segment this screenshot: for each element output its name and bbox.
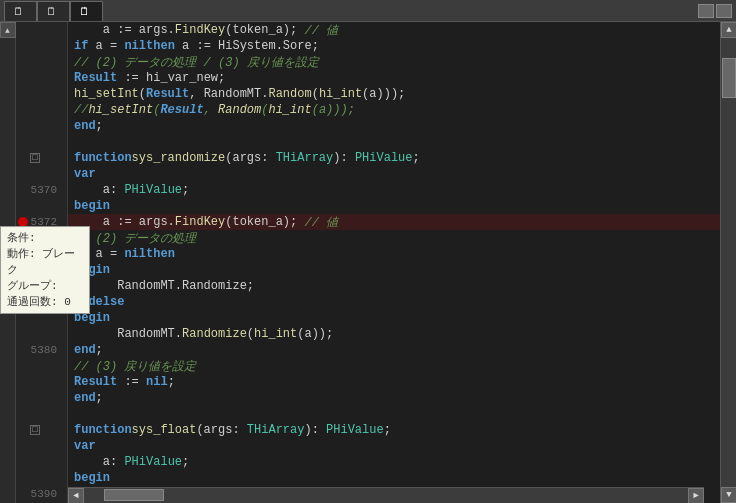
line-number: 5390 [31,488,63,500]
code-line-15: begin [68,262,720,278]
tooltip-group: グループ: [7,278,83,294]
gutter-row-3 [16,70,67,86]
code-line-25: function sys_float(args: THiArray): PHiV… [68,422,720,438]
gutter-row-7 [16,134,67,150]
gutter-row-10: 5370 [16,182,67,198]
code-line-18: begin [68,310,720,326]
fold-marker[interactable]: □ [30,425,40,435]
gutter-row-24 [16,406,67,422]
gutter-row-0 [16,22,67,38]
gutter-row-25: □ [16,422,67,438]
tooltip-action: 動作: ブレーク [7,246,83,278]
tooltip-count: 通過回数: 0 [7,294,83,310]
horizontal-scrollbar[interactable]: ◄ ► [68,487,704,503]
gutter-row-8: □ [16,150,67,166]
code-area[interactable]: a := args.FindKey(token_a); // 値 if a = … [68,22,720,503]
scrollbar-thumb[interactable] [722,58,736,98]
h-scroll-thumb[interactable] [104,489,164,501]
code-line-13: // (2) データの処理 [68,230,720,246]
code-line-5: //hi_setInt(Result, Random(hi_int(a))); [68,102,720,118]
breakpoint-tooltip: 条件: 動作: ブレーク グループ: 通過回数: 0 [0,226,90,314]
h-scroll-left[interactable]: ◄ [68,488,84,503]
gutter-row-9 [16,166,67,182]
window-controls [698,4,732,18]
gutter-row-6 [16,118,67,134]
code-line-26: var [68,438,720,454]
tooltip-label-count: 通過回数: 0 [7,294,71,310]
tab-hima-function[interactable]: 🗒 [70,1,103,21]
gutter-row-2 [16,54,67,70]
code-line-17: end else [68,294,720,310]
close-button[interactable] [716,4,732,18]
tab-dnako[interactable]: 🗒 [4,1,37,21]
h-scroll-track [84,488,688,503]
gutter-row-1 [16,38,67,54]
code-line-2: // (2) データの処理 / (3) 戻り値を設定 [68,54,720,70]
gutter-row-22 [16,374,67,390]
code-line-19: RandomMT.Randomize(hi_int(a)); [68,326,720,342]
line-number: 5370 [31,184,63,196]
code-line-24 [68,406,720,422]
gutter-row-23 [16,390,67,406]
tab-icon-dnako: 🗒 [13,5,24,18]
tab-dll-net-function[interactable]: 🗒 [37,1,70,21]
code-line-22: Result := nil; [68,374,720,390]
editor-container: ▲ □537053725380□5390 a := args.FindKey(t… [0,22,736,503]
code-line-7 [68,134,720,150]
tab-icon-dll: 🗒 [46,5,57,18]
gutter-row-4 [16,86,67,102]
code-line-20: end; [68,342,720,358]
gutter-row-26 [16,438,67,454]
code-line-12: a := args.FindKey(token_a); // 値 [68,214,720,230]
gutter-row-29: 5390 [16,486,67,502]
tooltip-condition: 条件: [7,230,83,246]
tab-bar: 🗒 🗒 🗒 [4,1,698,21]
code-line-21: // (3) 戻り値を設定 [68,358,720,374]
code-line-27: a: PHiValue; [68,454,720,470]
code-line-10: a: PHiValue; [68,182,720,198]
gutter-row-21 [16,358,67,374]
tooltip-label-condition: 条件: [7,230,36,246]
code-line-16: RandomMT.Randomize; [68,278,720,294]
right-scrollbar[interactable]: ▲ ▼ [720,22,736,503]
gutter-row-28 [16,470,67,486]
code-line-4: hi_setInt(Result, RandomMT.Random(hi_int… [68,86,720,102]
code-line-8: function sys_randomize(args: THiArray): … [68,150,720,166]
code-line-0: a := args.FindKey(token_a); // 値 [68,22,720,38]
gutter-row-11 [16,198,67,214]
title-bar: 🗒 🗒 🗒 [0,0,736,22]
minimize-button[interactable] [698,4,714,18]
code-line-9: var [68,166,720,182]
gutter-row-20: 5380 [16,342,67,358]
gutter-row-27 [16,454,67,470]
gutter-row-5 [16,102,67,118]
line-number: 5380 [31,344,63,356]
tooltip-label-group: グループ: [7,278,58,294]
code-line-6: end; [68,118,720,134]
gutter-row-19 [16,326,67,342]
left-scrollbar-up[interactable]: ▲ [0,22,16,38]
h-scroll-right[interactable]: ► [688,488,704,503]
scroll-down-arrow[interactable]: ▼ [721,487,736,503]
code-line-28: begin [68,470,720,486]
fold-marker[interactable]: □ [30,153,40,163]
code-line-23: end; [68,390,720,406]
tab-icon-hima: 🗒 [79,5,90,18]
scrollbar-track [721,38,736,487]
code-line-14: if a = nil then [68,246,720,262]
tooltip-label-action: 動作: ブレーク [7,246,83,278]
code-line-3: Result := hi_var_new; [68,70,720,86]
scroll-up-arrow[interactable]: ▲ [721,22,736,38]
code-line-1: if a = nil then a := HiSystem.Sore; [68,38,720,54]
code-line-11: begin [68,198,720,214]
